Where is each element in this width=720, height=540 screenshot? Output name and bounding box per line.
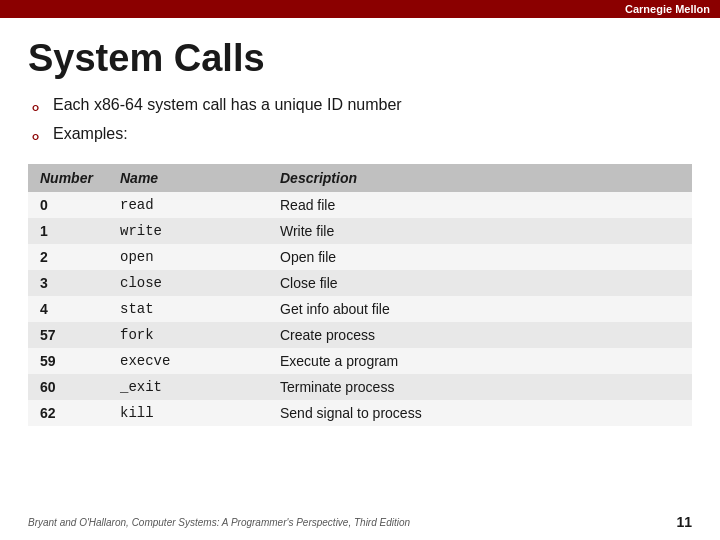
table-row: 62killSend signal to process	[28, 400, 692, 426]
footer: Bryant and O'Hallaron, Computer Systems:…	[28, 514, 692, 530]
institution-title: Carnegie Mellon	[625, 3, 710, 15]
cell-name: open	[108, 244, 268, 270]
bullet-item-1: ⚬ Each x86-64 system call has a unique I…	[28, 96, 692, 119]
cell-number: 57	[28, 322, 108, 348]
table-row: 0readRead file	[28, 192, 692, 218]
cell-number: 4	[28, 296, 108, 322]
cell-number: 59	[28, 348, 108, 374]
cell-description: Send signal to process	[268, 400, 692, 426]
cell-name: fork	[108, 322, 268, 348]
cell-name: _exit	[108, 374, 268, 400]
bullet-icon-1: ⚬	[28, 97, 43, 119]
cell-name: execve	[108, 348, 268, 374]
bullet-icon-2: ⚬	[28, 126, 43, 148]
system-calls-table-container: Number Name Description 0readRead file1w…	[28, 164, 692, 426]
table-row: 3closeClose file	[28, 270, 692, 296]
cell-number: 1	[28, 218, 108, 244]
cell-description: Create process	[268, 322, 692, 348]
table-row: 60_exitTerminate process	[28, 374, 692, 400]
top-bar: Carnegie Mellon	[0, 0, 720, 18]
table-header: Number Name Description	[28, 164, 692, 192]
cell-number: 0	[28, 192, 108, 218]
cell-description: Get info about file	[268, 296, 692, 322]
col-header-number: Number	[28, 164, 108, 192]
cell-name: kill	[108, 400, 268, 426]
bullet-text-1: Each x86-64 system call has a unique ID …	[53, 96, 402, 114]
cell-name: stat	[108, 296, 268, 322]
table-body: 0readRead file1writeWrite file2openOpen …	[28, 192, 692, 426]
system-calls-table: Number Name Description 0readRead file1w…	[28, 164, 692, 426]
bullet-text-2: Examples:	[53, 125, 128, 143]
cell-name: write	[108, 218, 268, 244]
table-row: 1writeWrite file	[28, 218, 692, 244]
cell-description: Close file	[268, 270, 692, 296]
col-header-name: Name	[108, 164, 268, 192]
cell-number: 2	[28, 244, 108, 270]
cell-name: close	[108, 270, 268, 296]
cell-description: Execute a program	[268, 348, 692, 374]
table-header-row: Number Name Description	[28, 164, 692, 192]
footer-citation: Bryant and O'Hallaron, Computer Systems:…	[28, 517, 410, 528]
table-row: 2openOpen file	[28, 244, 692, 270]
footer-page-number: 11	[676, 514, 692, 530]
table-row: 57forkCreate process	[28, 322, 692, 348]
cell-name: read	[108, 192, 268, 218]
bullet-item-2: ⚬ Examples:	[28, 125, 692, 148]
page-title: System Calls	[28, 36, 692, 82]
cell-description: Open file	[268, 244, 692, 270]
col-header-description: Description	[268, 164, 692, 192]
cell-description: Write file	[268, 218, 692, 244]
cell-description: Terminate process	[268, 374, 692, 400]
table-row: 59execveExecute a program	[28, 348, 692, 374]
cell-number: 62	[28, 400, 108, 426]
table-row: 4statGet info about file	[28, 296, 692, 322]
main-content: System Calls ⚬ Each x86-64 system call h…	[0, 18, 720, 438]
cell-description: Read file	[268, 192, 692, 218]
cell-number: 60	[28, 374, 108, 400]
cell-number: 3	[28, 270, 108, 296]
